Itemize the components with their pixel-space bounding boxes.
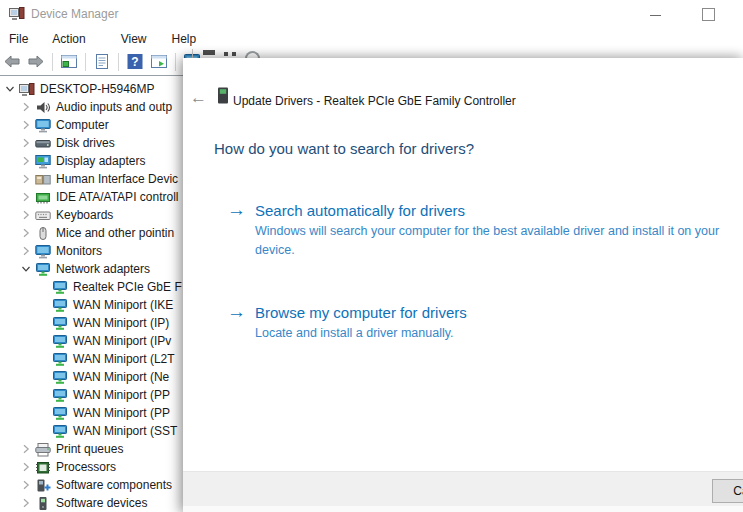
network-icon xyxy=(52,424,68,439)
network-icon xyxy=(52,388,68,403)
forward-icon[interactable] xyxy=(27,53,45,70)
toolbar-separator xyxy=(118,53,119,71)
chevron-right-icon[interactable] xyxy=(20,190,32,204)
network-icon xyxy=(52,370,68,385)
chevron-down-icon[interactable] xyxy=(4,82,16,96)
tree-item-label: Computer xyxy=(56,118,109,132)
network-icon xyxy=(52,352,68,367)
chevron-right-icon[interactable] xyxy=(20,118,32,132)
tree-item-label: Software devices xyxy=(56,496,147,510)
tree-item-label: Realtek PCIe GbE F xyxy=(73,280,182,294)
chevron-right-icon[interactable] xyxy=(20,496,32,510)
properties-icon[interactable] xyxy=(93,53,111,70)
window-title: Device Manager xyxy=(31,7,118,21)
tree-item-label: WAN Miniport (PP xyxy=(73,406,170,420)
chevron-right-icon[interactable] xyxy=(20,154,32,168)
audio-icon xyxy=(35,100,51,115)
software-component-icon xyxy=(35,478,51,493)
toolbar-separator xyxy=(85,53,86,71)
partial-toolbar-icon xyxy=(224,52,228,56)
computer-icon xyxy=(19,82,35,97)
option-title[interactable]: Search automatically for drivers xyxy=(255,202,733,219)
tree-item-label: DESKTOP-H5946MP xyxy=(40,82,155,96)
action-pane-icon[interactable] xyxy=(150,53,168,70)
tree-item-label: WAN Miniport (PP xyxy=(73,388,170,402)
tree-item-label: Monitors xyxy=(56,244,102,258)
driver-device-icon xyxy=(217,87,229,104)
network-icon xyxy=(52,298,68,313)
svg-text:?: ? xyxy=(131,55,138,69)
chevron-down-icon[interactable] xyxy=(20,262,32,276)
help-icon[interactable]: ? xyxy=(126,53,144,70)
chevron-right-icon[interactable] xyxy=(20,478,32,492)
network-icon xyxy=(52,280,68,295)
right-arrow-icon: → xyxy=(227,302,246,321)
back-arrow-button[interactable]: ← xyxy=(190,89,207,106)
monitor-icon xyxy=(35,118,51,133)
tree-item-label: Display adapters xyxy=(56,154,145,168)
chevron-right-icon[interactable] xyxy=(20,100,32,114)
back-icon[interactable] xyxy=(3,53,21,70)
chevron-right-icon[interactable] xyxy=(20,460,32,474)
device-manager-icon xyxy=(9,6,25,21)
network-icon xyxy=(52,316,68,331)
dialog-bottom-strip xyxy=(183,506,743,512)
chevron-right-icon[interactable] xyxy=(20,208,32,222)
display-adapter-icon xyxy=(35,154,51,169)
menu-item-file[interactable]: File xyxy=(0,30,38,48)
software-device-icon xyxy=(35,496,51,511)
dialog-heading: How do you want to search for drivers? xyxy=(214,140,474,157)
monitor-icon xyxy=(35,244,51,259)
partial-toolbar-icon xyxy=(232,52,236,56)
tree-item-label: Disk drives xyxy=(56,136,115,150)
chevron-right-icon[interactable] xyxy=(20,244,32,258)
tree-item-label: WAN Miniport (Ne xyxy=(73,370,169,384)
printer-icon xyxy=(35,442,51,457)
menu-item-action[interactable]: Action xyxy=(43,30,95,48)
tree-item-label: WAN Miniport (IP) xyxy=(73,316,169,330)
cancel-button[interactable]: Cancel xyxy=(712,479,743,503)
network-icon xyxy=(52,334,68,349)
dialog-title: Update Drivers - Realtek PCIe GbE Family… xyxy=(233,94,516,108)
driver-option-browse-my-computer-for-drivers[interactable]: →Browse my computer for driversLocate an… xyxy=(227,304,733,343)
tree-item-label: Mice and other pointin xyxy=(56,226,174,240)
menu-item-help[interactable]: Help xyxy=(163,30,207,48)
tree-item-label: Print queues xyxy=(56,442,123,456)
tree-item-label: WAN Miniport (SST xyxy=(73,424,177,438)
chevron-right-icon[interactable] xyxy=(20,136,32,150)
option-description: Locate and install a driver manually. xyxy=(255,324,733,343)
hid-icon xyxy=(35,172,51,187)
network-icon xyxy=(35,262,51,277)
chevron-right-icon[interactable] xyxy=(20,226,32,240)
mouse-icon xyxy=(35,226,51,241)
tree-item-label: Audio inputs and outp xyxy=(56,100,172,114)
tree-item-label: Keyboards xyxy=(56,208,113,222)
titlebar: Device Manager xyxy=(0,0,743,28)
maximize-button[interactable] xyxy=(702,8,715,21)
tree-item-label: WAN Miniport (IKE xyxy=(73,298,173,312)
console-tree-icon[interactable] xyxy=(60,53,78,70)
toolbar-separator xyxy=(52,53,53,71)
option-description: Windows will search your computer for th… xyxy=(255,222,733,261)
ide-icon xyxy=(35,190,51,205)
minimize-button[interactable] xyxy=(650,15,661,16)
partial-toolbar-icon xyxy=(203,50,215,55)
menu-item-view[interactable]: View xyxy=(112,30,157,48)
tree-item-label: Human Interface Devic xyxy=(56,172,178,186)
device-manager-window: Device Manager FileActionViewHelp ? DESK… xyxy=(0,0,743,512)
partial-toolbar-separator xyxy=(192,49,193,58)
toolbar-separator xyxy=(175,53,176,71)
processor-icon xyxy=(35,460,51,475)
driver-option-search-automatically-for-drivers[interactable]: →Search automatically for driversWindows… xyxy=(227,202,733,261)
right-arrow-icon: → xyxy=(227,200,246,219)
tree-item-label: WAN Miniport (IPv xyxy=(73,334,171,348)
keyboard-icon xyxy=(35,208,51,223)
option-title[interactable]: Browse my computer for drivers xyxy=(255,304,733,321)
disk-icon xyxy=(35,136,51,151)
tree-item-label: Network adapters xyxy=(56,262,150,276)
update-drivers-dialog: ← Update Drivers - Realtek PCIe GbE Fami… xyxy=(183,58,743,512)
chevron-right-icon[interactable] xyxy=(20,442,32,456)
tree-item-label: IDE ATA/ATAPI controll xyxy=(56,190,178,204)
chevron-right-icon[interactable] xyxy=(20,172,32,186)
tree-item-label: Processors xyxy=(56,460,116,474)
